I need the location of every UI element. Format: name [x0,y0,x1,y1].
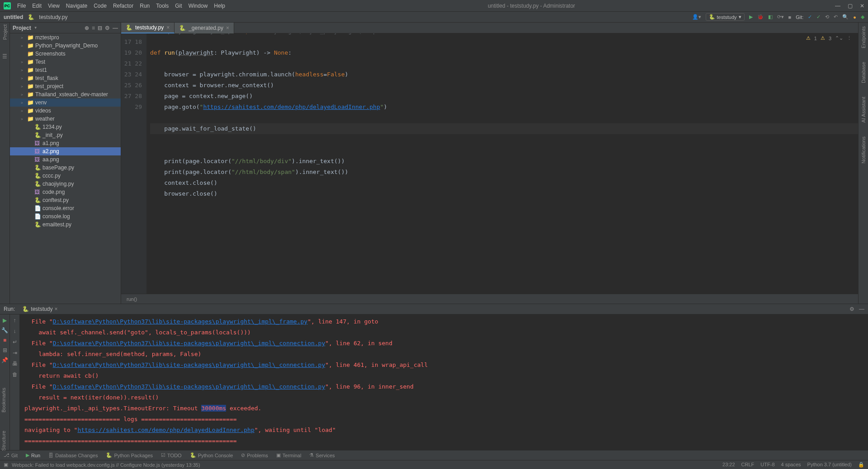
file-encoding[interactable]: UTF-8 [760,462,774,468]
tree-item[interactable]: >📁Python_Playwright_Demo [10,42,121,50]
expand-arrow-icon[interactable]: > [21,117,25,121]
menu-tools[interactable]: Tools [153,2,171,10]
expand-arrow-icon[interactable]: > [21,36,25,40]
breadcrumb-project[interactable]: untitled [4,14,23,20]
expand-arrow-icon[interactable]: > [21,109,25,113]
tree-item[interactable]: 🐍basePage.py [10,164,121,172]
ai-assistant-tab[interactable]: AI Assistant [861,97,866,122]
indent-info[interactable]: 4 spaces [781,462,801,468]
print-icon[interactable]: 🖶 [12,361,18,367]
expand-arrow-icon[interactable]: > [21,76,25,80]
tree-item[interactable]: >📁test_project [10,82,121,90]
tree-item[interactable]: 🐍_init_.py [10,131,121,139]
inspection-widget[interactable]: ⚠1 ⚠3 ⌃⌄ ⋮ [806,35,852,41]
close-tab-icon[interactable]: × [226,25,229,31]
close-tab-icon[interactable]: × [54,306,57,312]
notifications-tab[interactable]: Notifications [861,136,866,164]
menu-code[interactable]: Code [91,2,109,10]
lock-icon[interactable]: 🔒 [858,462,864,468]
console-output[interactable]: File "D:\software\Python\Python37\lib\si… [20,314,868,450]
run-config-selector[interactable]: 🐍 teststudy ▾ [706,13,745,21]
tree-item[interactable]: 📄console.error [10,204,121,212]
problems-tab[interactable]: ⊘Problems [241,452,268,458]
editor-body[interactable]: 15 16 17 18 19 20 21 22 23 24 25 26 27 2… [121,33,858,294]
git-commit-icon[interactable]: ✓ [816,14,821,20]
run-button-icon[interactable]: ▶ [749,14,753,20]
terminal-tab[interactable]: ▣Terminal [276,452,302,458]
expand-arrow-icon[interactable]: > [21,68,25,72]
git-update-icon[interactable]: ✓ [808,14,812,20]
pin-icon[interactable]: 📌 [1,357,8,363]
ide-settings-icon[interactable]: ◆ [861,14,864,20]
search-icon[interactable]: 🔍 [842,14,849,20]
editor-breadcrumb[interactable]: run() [121,294,858,304]
tree-item[interactable]: 🐍emailtest.py [10,220,121,229]
tree-item[interactable]: >📁Thailand_xsteach_dev-master [10,90,121,98]
settings-gear-icon[interactable]: ⚙ [105,25,110,31]
git-tool-tab[interactable]: ⎇Git [4,452,18,458]
expand-arrow-icon[interactable]: > [21,84,25,89]
menu-window[interactable]: Window [186,2,211,10]
collapse-all-icon[interactable]: ⊟ [98,25,102,31]
tree-item[interactable]: 🖼aa.png [10,155,121,164]
menu-navigate[interactable]: Navigate [63,2,90,10]
stop-icon[interactable]: ■ [3,337,6,343]
tree-item[interactable]: >📁videos [10,107,121,115]
scroll-end-icon[interactable]: ⇥ [13,350,17,356]
menu-run[interactable]: Run [137,2,152,10]
tree-item[interactable]: >📁test_flask [10,74,121,82]
endpoints-tab[interactable]: Endpoints [861,26,866,48]
git-history-icon[interactable]: ⟲ [825,14,829,20]
tree-item[interactable]: 📁Screenshots [10,50,121,58]
run-tab[interactable]: 🐍 teststudy × [19,305,60,313]
project-panel-title[interactable]: Project [13,25,31,31]
soft-wrap-icon[interactable]: ↵ [13,339,17,345]
file-link[interactable]: D:\software\Python\Python37\lib\site-pac… [53,340,326,347]
tree-item[interactable]: >📁venv [10,98,121,107]
minimize-icon[interactable]: — [835,3,840,9]
rerun-icon[interactable]: ▶ [3,317,7,324]
caret-position[interactable]: 23:22 [722,462,735,468]
expand-arrow-icon[interactable]: > [21,93,25,97]
code-content[interactable]: from playwright.sync_api import Playwrig… [146,33,858,294]
chevron-down-icon[interactable]: ▼ [34,26,38,30]
expand-all-icon[interactable]: ≡ [92,25,95,31]
tree-item[interactable]: 🐍chaojiying.py [10,180,121,188]
git-revert-icon[interactable]: ↶ [834,14,838,20]
add-config-icon[interactable]: 👤▾ [692,14,701,20]
chevron-icon[interactable]: ⌃⌄ [835,35,843,41]
url-link[interactable]: https://sahitest.com/demo/php/delayedLoa… [77,427,254,433]
select-opened-icon[interactable]: ⊕ [85,25,89,31]
tree-item[interactable]: 🖼a1.png [10,139,121,147]
tree-item[interactable]: 🐍conftest.py [10,196,121,204]
db-changes-tab[interactable]: 🗄Database Changes [48,453,98,458]
tree-item[interactable]: >📁mztestpro [10,33,121,42]
tree-item[interactable]: 🐍1234.py [10,123,121,131]
services-tab[interactable]: ⚗Services [309,452,335,458]
structure-tab[interactable]: Structure [1,431,6,451]
more-icon[interactable]: ⋮ [847,35,852,41]
menu-view[interactable]: View [45,2,62,10]
maximize-icon[interactable]: ▢ [848,3,853,9]
line-separator[interactable]: CRLF [741,462,755,468]
tree-item[interactable]: 🖼code.png [10,188,121,196]
expand-arrow-icon[interactable]: > [21,44,25,48]
tree-item[interactable]: >📁Test [10,58,121,66]
close-tab-icon[interactable]: × [166,24,170,31]
hide-panel-icon[interactable]: — [859,306,864,312]
project-tree[interactable]: >📁mztestpro>📁Python_Playwright_Demo📁Scre… [10,33,121,304]
expand-arrow-icon[interactable]: > [21,101,25,105]
editor-tab-generated[interactable]: 🐍 _generated.py × [175,23,234,33]
tree-item[interactable]: 🐍cccc.py [10,172,121,180]
expand-arrow-icon[interactable]: > [21,60,25,64]
modify-run-icon[interactable]: 🔧 [1,327,8,333]
bookmarks-tab[interactable]: Bookmarks [1,388,6,413]
clear-icon[interactable]: 🗑 [12,371,18,378]
python-console-tab[interactable]: 🐍Python Console [190,452,233,458]
close-icon[interactable]: ✕ [860,3,864,9]
down-stack-icon[interactable]: ↓ [14,328,16,334]
menu-git[interactable]: Git [172,2,184,10]
file-link[interactable]: D:\software\Python\Python37\lib\site-pac… [53,383,326,390]
tool-windows-icon[interactable]: ▣ [4,462,8,468]
project-tool-tab[interactable]: Project [2,24,8,40]
